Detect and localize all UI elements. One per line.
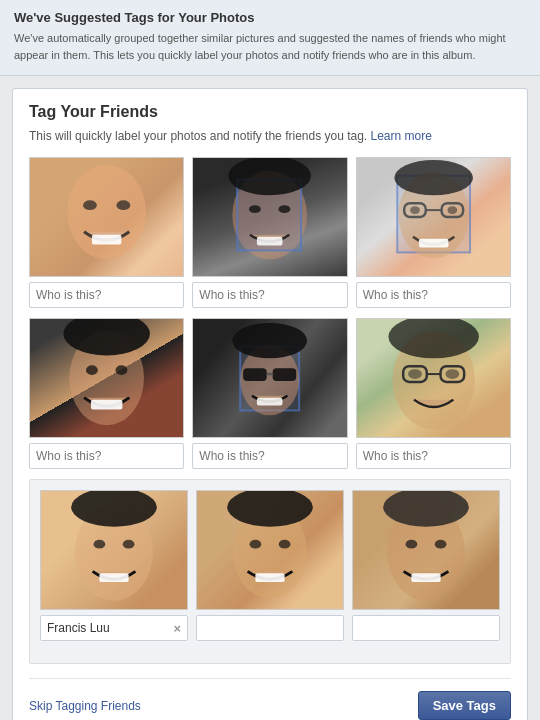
svg-point-45	[279, 540, 291, 549]
svg-point-4	[233, 171, 308, 259]
card-description: This will quickly label your photos and …	[29, 129, 511, 143]
svg-rect-10	[397, 176, 470, 253]
card-desc-text: This will quickly label your photos and …	[29, 129, 371, 143]
svg-point-38	[75, 503, 153, 600]
photo-cell-9	[352, 490, 500, 641]
svg-rect-41	[99, 573, 128, 582]
skip-link[interactable]: Skip Tagging Friends	[29, 699, 141, 713]
svg-point-35	[408, 369, 422, 379]
photo-cell-3	[356, 157, 511, 308]
svg-point-52	[383, 491, 469, 527]
svg-point-37	[388, 319, 478, 358]
svg-point-11	[398, 172, 469, 259]
photo-cell-7: Francis Luu ×	[40, 490, 188, 641]
who-input-9[interactable]	[352, 615, 500, 641]
who-input-5[interactable]	[192, 443, 347, 469]
svg-rect-46	[255, 573, 284, 582]
svg-point-7	[279, 205, 291, 213]
photo-6	[356, 318, 511, 438]
photo-grid-row3: Francis Luu ×	[40, 490, 500, 641]
svg-point-39	[94, 540, 106, 549]
svg-point-2	[116, 200, 130, 210]
svg-point-18	[394, 160, 473, 195]
svg-rect-13	[441, 203, 463, 217]
svg-point-19	[69, 331, 144, 425]
photo-cell-5	[192, 318, 347, 469]
photo-7	[40, 490, 188, 610]
banner-description: We've automatically grouped together sim…	[14, 30, 526, 63]
who-input-3[interactable]	[356, 282, 511, 308]
svg-point-31	[392, 331, 475, 429]
svg-point-9	[229, 158, 312, 195]
photo-cell-4	[29, 318, 184, 469]
photo-8	[196, 490, 344, 610]
photo-2	[192, 157, 347, 277]
svg-point-21	[116, 365, 128, 375]
who-input-6[interactable]	[356, 443, 511, 469]
who-input-1[interactable]	[29, 282, 184, 308]
photo-cell-8	[196, 490, 344, 641]
svg-rect-5	[238, 180, 302, 251]
bottom-actions: Skip Tagging Friends Save Tags	[29, 678, 511, 720]
svg-point-0	[67, 165, 146, 259]
svg-point-25	[240, 345, 299, 416]
photo-5	[192, 318, 347, 438]
photo-group-3: Francis Luu ×	[29, 479, 511, 664]
photo-grid-row2	[29, 318, 511, 469]
main-card: Tag Your Friends This will quickly label…	[12, 88, 528, 720]
top-banner: We've Suggested Tags for Your Photos We'…	[0, 0, 540, 76]
svg-point-49	[406, 540, 418, 549]
learn-more-link[interactable]: Learn more	[371, 129, 432, 143]
photo-3	[356, 157, 511, 277]
svg-rect-3	[92, 235, 122, 245]
svg-rect-33	[440, 366, 464, 382]
svg-rect-51	[411, 573, 440, 582]
photo-grid-row1	[29, 157, 511, 308]
svg-rect-32	[403, 366, 427, 382]
photo-cell-1	[29, 157, 184, 308]
card-title: Tag Your Friends	[29, 103, 511, 121]
svg-rect-17	[419, 239, 449, 248]
save-button[interactable]: Save Tags	[418, 691, 511, 720]
svg-point-16	[447, 206, 457, 214]
who-input-2[interactable]	[192, 282, 347, 308]
svg-point-20	[86, 365, 98, 375]
svg-rect-27	[273, 368, 297, 381]
banner-title: We've Suggested Tags for Your Photos	[14, 10, 526, 25]
tag-name-7: Francis Luu	[47, 621, 110, 635]
photo-cell-6	[356, 318, 511, 469]
who-input-4[interactable]	[29, 443, 184, 469]
svg-rect-22	[91, 400, 122, 410]
photo-1	[29, 157, 184, 277]
tag-close-7[interactable]: ×	[173, 621, 181, 636]
svg-point-36	[445, 369, 459, 379]
svg-point-50	[435, 540, 447, 549]
who-input-8[interactable]	[196, 615, 344, 641]
tagged-value-7: Francis Luu ×	[40, 615, 188, 641]
svg-point-1	[83, 200, 97, 210]
svg-point-48	[387, 503, 465, 600]
svg-point-30	[233, 323, 308, 358]
svg-point-47	[227, 491, 313, 527]
svg-point-40	[123, 540, 135, 549]
svg-rect-26	[243, 368, 267, 381]
svg-point-15	[410, 206, 420, 214]
photo-cell-2	[192, 157, 347, 308]
photo-4	[29, 318, 184, 438]
svg-point-42	[71, 491, 157, 527]
svg-rect-24	[240, 347, 299, 411]
svg-point-44	[250, 540, 262, 549]
svg-rect-29	[257, 398, 283, 406]
svg-point-43	[233, 505, 307, 598]
svg-point-6	[249, 205, 261, 213]
svg-point-23	[63, 319, 150, 355]
svg-rect-8	[257, 237, 283, 246]
svg-rect-12	[404, 203, 426, 217]
photo-9	[352, 490, 500, 610]
